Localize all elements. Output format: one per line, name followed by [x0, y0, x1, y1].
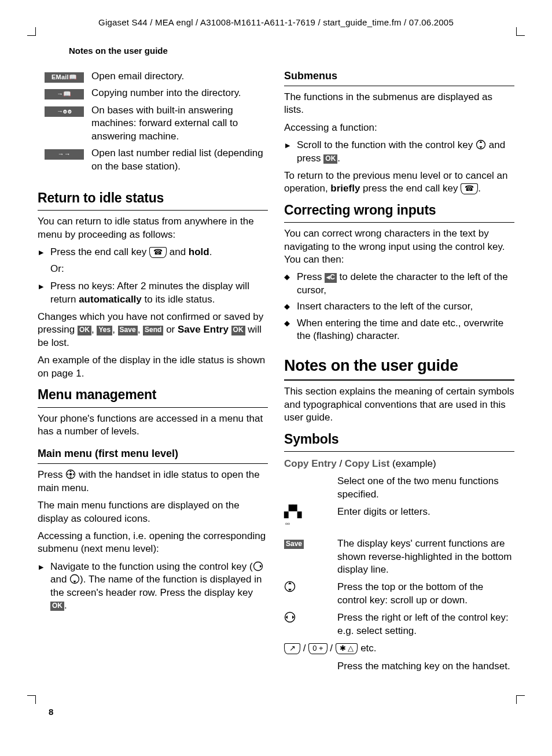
crop-mark — [27, 27, 36, 36]
symbol-desc: Enter digits or letters. — [337, 503, 514, 535]
copy-to-directory-icon: →📖 — [45, 89, 84, 99]
subheading-submenus: Submenus — [284, 69, 514, 86]
body-text: This section explains the meaning of cer… — [284, 385, 514, 424]
icon-row: EMail📖 Open email directory. — [38, 69, 268, 86]
forward-to-am-icon: →ꙩꙩ — [45, 106, 84, 117]
send-key-icon: Send — [143, 326, 163, 335]
talk-key-icon: ↗ — [284, 643, 300, 654]
right-column: Submenus The functions in the submenus a… — [284, 69, 514, 675]
ok-key-icon: OK — [78, 326, 91, 335]
yes-key-icon: Yes — [97, 326, 112, 335]
heading-symbols: Symbols — [284, 430, 514, 452]
save-key-icon: Save — [118, 326, 138, 335]
body-text: Press with the handset in idle status to… — [38, 469, 268, 495]
control-key-icon — [253, 561, 263, 571]
heading-notes-user-guide: Notes on the user guide — [284, 356, 514, 381]
page-section-title: Notes on the user guide — [69, 46, 514, 56]
icon-row: →📖 Copying number into the directory. — [38, 86, 268, 103]
heading-return-idle: Return to idle status — [38, 189, 268, 211]
body-text: To return to the previous menu level or … — [284, 169, 514, 196]
body-text: The main menu functions are displayed on… — [38, 499, 268, 525]
body-text: Accessing a function: — [284, 121, 514, 134]
email-directory-icon: EMail📖 — [45, 72, 84, 83]
zero-key-icon: 0 + — [308, 643, 327, 654]
crop-mark — [516, 695, 525, 704]
icon-legend-table: EMail📖 Open email directory. →📖 Copying … — [38, 69, 268, 176]
body-text: Changes which you have not confirmed or … — [38, 311, 268, 349]
control-key-leftright-icon — [284, 611, 296, 623]
symbol-row: Copy Entry / Copy List (example) — [284, 455, 514, 473]
body-text: Accessing a function, i.e. opening the c… — [38, 530, 268, 556]
icon-row-text: On bases with built-in answering machine… — [91, 104, 268, 146]
delete-key-icon: ◂C — [325, 273, 337, 282]
svg-point-1 — [69, 473, 72, 475]
list-item: Navigate to the function using the contr… — [38, 560, 268, 613]
list-item: Press ◂C to delete the character to the … — [284, 271, 514, 297]
save-key-icon: Save — [284, 540, 304, 549]
left-column: EMail📖 Open email directory. →📖 Copying … — [38, 69, 268, 675]
digits-icon: ▞▚▫▫ — [284, 503, 337, 535]
symbol-desc: The display keys' current functions are … — [337, 535, 514, 578]
running-header: Gigaset S44 / MEA engl / A31008-M1611-A6… — [38, 17, 514, 27]
page-number: 8 — [49, 707, 53, 717]
body-text: You can correct wrong characters in the … — [284, 227, 514, 266]
symbol-desc: Press the matching key on the handset. — [337, 658, 514, 675]
end-call-key-icon: ☎ — [461, 183, 478, 194]
ok-key-icon: OK — [50, 602, 64, 611]
icon-row-text: Open last number redial list (depending … — [91, 146, 268, 176]
heading-menu-management: Menu management — [38, 386, 268, 407]
end-call-key-icon: ☎ — [149, 247, 167, 258]
list-item: When entering the time and date etc., ov… — [284, 317, 514, 343]
list-item: Scroll to the function with the control … — [284, 139, 514, 165]
icon-row-text: Open email directory. — [91, 69, 268, 86]
body-text: You can return to idle status from anywh… — [38, 215, 268, 241]
icon-row-text: Copying number into the directory. — [91, 86, 268, 103]
list-item: Press no keys: After 2 minutes the displ… — [38, 280, 268, 306]
redial-list-icon: →→ — [45, 149, 84, 160]
symbol-desc: Press the top or the bottom of the contr… — [337, 578, 514, 609]
body-text: An example of the display in the idle st… — [38, 354, 268, 380]
crop-mark — [516, 27, 525, 36]
icon-row: →→ Open last number redial list (dependi… — [38, 146, 268, 176]
crop-mark — [27, 695, 36, 704]
ok-key-icon: OK — [323, 154, 337, 164]
control-key-icon — [65, 469, 76, 480]
body-text: Or: — [50, 263, 268, 275]
list-item: Press the end call key ☎ and hold. — [38, 246, 268, 259]
control-key-updown-icon — [284, 581, 296, 592]
symbols-table: Copy Entry / Copy List (example) Select … — [284, 455, 514, 675]
star-key-icon: ✱ △ — [336, 643, 358, 654]
control-key-icon — [476, 139, 486, 150]
list-item: Insert characters to the left of the cur… — [284, 300, 514, 313]
body-text: Your phone's functions are accessed in a… — [38, 412, 268, 438]
icon-row: →ꙩꙩ On bases with built-in answering mac… — [38, 104, 268, 146]
ok-key-icon: OK — [231, 326, 245, 335]
symbol-desc: Press the right or left of the control k… — [337, 609, 514, 640]
subheading-main-menu: Main menu (first menu level) — [38, 447, 268, 464]
heading-correcting-inputs: Correcting wrong inputs — [284, 201, 514, 223]
control-key-icon — [69, 574, 80, 584]
symbol-desc: Select one of the two menu functions spe… — [337, 473, 514, 503]
body-text: The functions in the submenus are displa… — [284, 91, 514, 117]
symbol-row: ↗ / 0 + / ✱ △ etc. — [284, 640, 514, 657]
